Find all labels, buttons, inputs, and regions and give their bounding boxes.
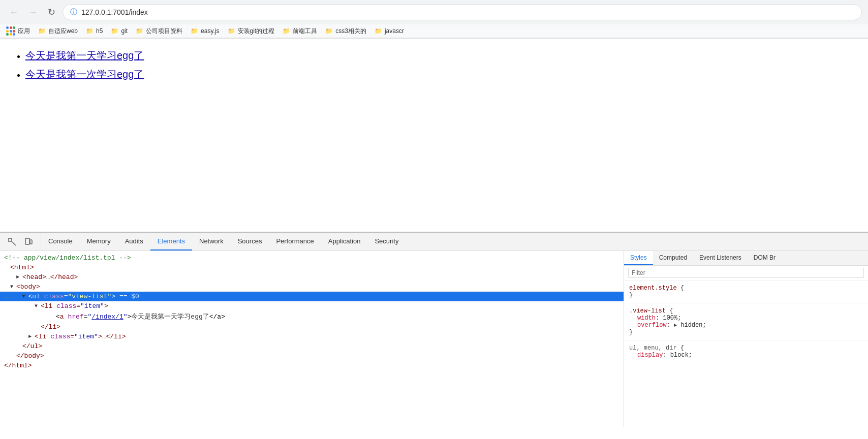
page-content: 今天是我第一天学习egg了 今天是我第一次学习egg了 <box>0 39 868 232</box>
tab-audits[interactable]: Audits <box>118 233 150 250</box>
tab-security[interactable]: Security <box>367 233 406 250</box>
info-icon: ⓘ <box>70 8 77 17</box>
dom-body[interactable]: ▼ <body> <box>0 282 624 292</box>
bookmark-label: javascr <box>385 27 404 35</box>
dom-li-close-1[interactable]: </li> <box>0 322 624 332</box>
page-list: 今天是我第一天学习egg了 今天是我第一次学习egg了 <box>10 49 858 81</box>
tab-performance[interactable]: Performance <box>269 233 321 250</box>
dom-head[interactable]: ► <head>…</head> <box>0 272 624 282</box>
bookmark-frontend[interactable]: 📁 前端工具 <box>283 27 317 36</box>
bookmarks-bar: 应用 📁 自适应web 📁 h5 📁 git 📁 公司项目资料 📁 easy.j… <box>0 24 868 38</box>
device-toolbar-button[interactable] <box>20 235 37 249</box>
css-block-view-list: .view-list { width: 100%; overflow: ► hi… <box>624 303 868 340</box>
back-button[interactable]: ← <box>6 5 21 20</box>
dom-body-close[interactable]: </body> <box>0 351 624 361</box>
bookmark-label: css3相关的 <box>335 27 366 36</box>
list-item: 今天是我第一次学习egg了 <box>25 68 858 81</box>
bookmark-label: 前端工具 <box>293 27 317 36</box>
bookmark-zishiyingweb[interactable]: 📁 自适应web <box>38 27 78 36</box>
bookmark-javascript[interactable]: 📁 javascr <box>375 27 404 35</box>
bookmark-git[interactable]: 📁 git <box>111 27 128 35</box>
bookmark-label: 自适应web <box>48 27 78 36</box>
dom-comment: <!-- app/view/index/list.tpl --> <box>0 253 624 263</box>
css-block-ul-menu-dir: ul, menu, dir { display: block; <box>624 340 868 363</box>
reload-button[interactable]: ↻ <box>45 5 58 20</box>
dom-panel: <!-- app/view/index/list.tpl --> <html> … <box>0 251 624 427</box>
svg-rect-1 <box>25 238 29 244</box>
dom-li-2[interactable]: ► <li class="item">…</li> <box>0 332 624 341</box>
apps-grid-icon <box>6 26 15 36</box>
inspect-element-button[interactable] <box>4 235 20 249</box>
bookmark-company[interactable]: 📁 公司项目资料 <box>136 27 182 36</box>
bookmark-css3[interactable]: 📁 css3相关的 <box>325 27 366 36</box>
devtools-content: <!-- app/view/index/list.tpl --> <html> … <box>0 251 868 427</box>
browser-chrome: ← → ↻ ⓘ 127.0.0.1:7001/index 应用 📁 自适应web… <box>0 0 868 39</box>
address-bar[interactable]: ⓘ 127.0.0.1:7001/index <box>63 4 862 20</box>
css-block-element-style: element.style { } <box>624 280 868 303</box>
dom-ul-selected[interactable]: ... ▼ <ul class="view-list"> == $0 <box>0 292 624 301</box>
styles-tab-styles[interactable]: Styles <box>624 251 653 265</box>
styles-tab-dom-breakpoints[interactable]: DOM Br <box>748 251 782 265</box>
expand-icon[interactable]: ► <box>16 274 22 280</box>
devtools-icon-group <box>0 233 41 250</box>
tab-memory[interactable]: Memory <box>80 233 118 250</box>
folder-icon: 📁 <box>375 27 382 35</box>
tab-elements[interactable]: Elements <box>150 233 192 250</box>
filter-input[interactable] <box>628 268 864 278</box>
dom-li-1[interactable]: ▼ <li class="item"> <box>0 301 624 311</box>
dom-html-close[interactable]: </html> <box>0 361 624 370</box>
svg-rect-0 <box>9 238 12 241</box>
folder-icon: 📁 <box>283 27 290 35</box>
styles-tab-event-listeners[interactable]: Event Listeners <box>693 251 748 265</box>
bookmark-installgit[interactable]: 📁 安装git的过程 <box>228 27 275 36</box>
tab-console[interactable]: Console <box>41 233 80 250</box>
bookmark-label: 安装git的过程 <box>238 27 275 36</box>
page-link-2[interactable]: 今天是我第一次学习egg了 <box>25 69 144 80</box>
svg-rect-2 <box>30 240 32 244</box>
expand-icon[interactable]: ▼ <box>22 294 28 299</box>
dom-a-tag[interactable]: <a href="/index/1">今天是我第一天学习egg了</a> <box>0 311 624 322</box>
filter-bar <box>624 266 868 280</box>
folder-icon: 📁 <box>111 27 118 35</box>
expand-icon[interactable]: ▼ <box>10 284 16 290</box>
devtools-tabs: Console Memory Audits Elements Network S… <box>41 233 406 250</box>
styles-panel: Styles Computed Event Listeners DOM Br e… <box>624 251 868 427</box>
folder-icon: 📁 <box>86 27 94 35</box>
forward-button[interactable]: → <box>25 5 41 20</box>
folder-icon: 📁 <box>191 27 198 35</box>
bookmark-label: git <box>121 27 128 35</box>
folder-icon: 📁 <box>325 27 333 35</box>
apps-button[interactable]: 应用 <box>6 26 30 36</box>
page-link-1[interactable]: 今天是我第一天学习egg了 <box>25 50 144 61</box>
tab-application[interactable]: Application <box>321 233 368 250</box>
apps-label: 应用 <box>18 27 30 36</box>
folder-icon: 📁 <box>228 27 235 35</box>
expand-icon[interactable]: ► <box>28 334 35 339</box>
folder-icon: 📁 <box>38 27 46 35</box>
devtools-topbar: Console Memory Audits Elements Network S… <box>0 233 868 251</box>
bookmark-easyjs[interactable]: 📁 easy.js <box>191 27 219 35</box>
dom-html[interactable]: <html> <box>0 263 624 272</box>
bookmark-label: 公司项目资料 <box>146 27 182 36</box>
dom-ul-close[interactable]: </ul> <box>0 341 624 351</box>
tab-sources[interactable]: Sources <box>231 233 269 250</box>
tab-network[interactable]: Network <box>192 233 231 250</box>
expand-icon[interactable]: ▼ <box>35 303 41 309</box>
styles-tab-computed[interactable]: Computed <box>653 251 693 265</box>
bookmark-h5[interactable]: 📁 h5 <box>86 27 103 35</box>
styles-tabs: Styles Computed Event Listeners DOM Br <box>624 251 868 266</box>
folder-icon: 📁 <box>136 27 143 35</box>
bookmark-label: easy.js <box>201 27 219 35</box>
devtools-panel: Console Memory Audits Elements Network S… <box>0 232 868 427</box>
bookmark-label: h5 <box>96 27 103 35</box>
list-item: 今天是我第一天学习egg了 <box>25 49 858 62</box>
address-text: 127.0.0.1:7001/index <box>81 8 148 16</box>
